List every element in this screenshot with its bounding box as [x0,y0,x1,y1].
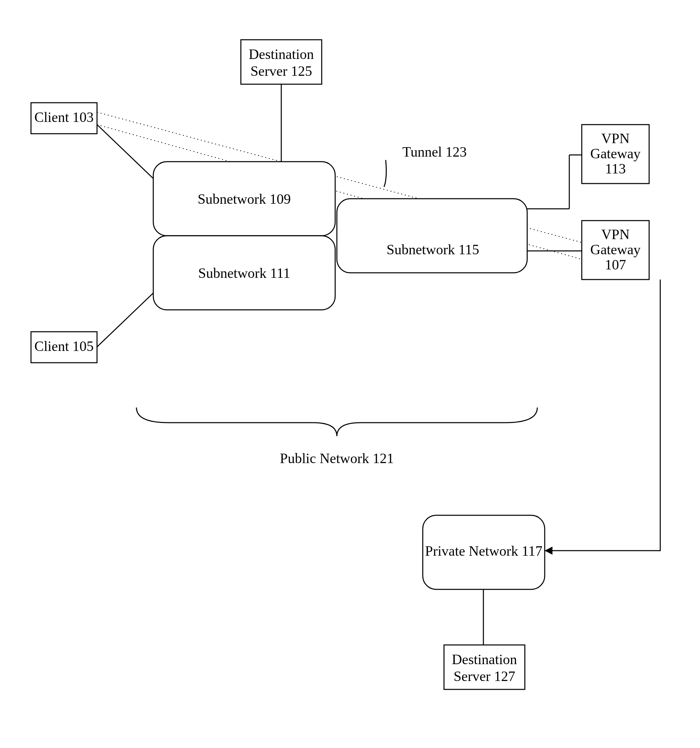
vpn113-label-3: 113 [605,161,625,176]
dest125-label-1: Destination [249,47,314,62]
diagram-canvas: Subnetwork 109 Subnetwork 111 Subnetwork… [0,0,700,748]
tunnel-label-curve [384,160,387,187]
dest125-label-2: Server 125 [250,63,312,79]
vpn107-label-3: 107 [605,257,626,272]
subnet115-box [337,199,527,273]
client103-label: Client 103 [34,109,94,125]
vpn107-label-2: Gateway [590,242,641,257]
public-network-label: Public Network 121 [280,451,394,466]
public-network-brace [137,407,537,436]
dest127-label-1: Destination [452,652,517,667]
subnet111-label: Subnetwork 111 [198,265,290,281]
dest127-label-2: Server 127 [453,669,515,684]
subnet115-label: Subnetwork 115 [387,242,479,257]
vpn113-label-2: Gateway [590,146,641,161]
client105-label: Client 105 [34,339,94,354]
private-network-label: Private Network 117 [425,543,542,559]
arrow-vpn107-private [545,280,660,550]
connector-client105-subnet111 [97,293,153,347]
subnet109-label: Subnetwork 109 [198,191,291,207]
arrow-head [545,547,552,555]
vpn113-label-1: VPN [601,131,630,146]
vpn107-label-1: VPN [601,227,630,242]
connector-client103-subnet109 [97,125,153,178]
tunnel-label: Tunnel 123 [403,144,467,160]
